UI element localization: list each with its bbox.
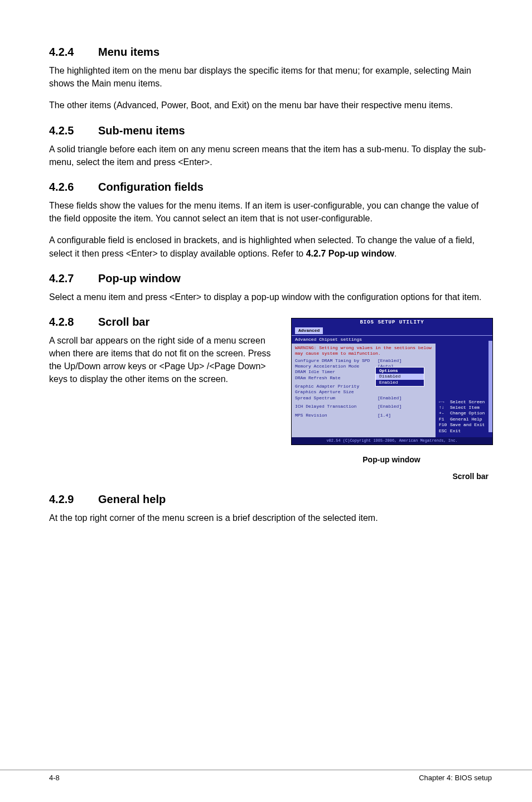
key-icon: ESC	[439, 428, 450, 434]
bios-help-block: ←→Select Screen ↑↓Select Item +-Change O…	[439, 399, 489, 434]
heading-number: 4.2.6	[49, 181, 98, 194]
key-icon: ←→	[439, 399, 450, 405]
paragraph: A configurable field is enclosed in brac…	[49, 234, 492, 259]
bios-main: Advanced Chipset settings WARNING: Setti…	[292, 335, 492, 437]
bios-item[interactable]: Graphics Aperture Size	[292, 389, 436, 395]
heading-title: Sub-menu items	[98, 124, 185, 137]
bios-item-value: [1.4]	[378, 413, 391, 418]
bios-item-label: Memory Acceleration Mode	[295, 364, 378, 369]
bios-tab-advanced[interactable]: Advanced	[295, 327, 323, 334]
heading-number: 4.2.5	[49, 124, 98, 137]
paragraph: Select a menu item and press <Enter> to …	[49, 291, 492, 303]
page-footer: 4-8 Chapter 4: BIOS setup	[0, 770, 532, 795]
paragraph: A solid triangle before each item on any…	[49, 143, 492, 168]
key-icon: F10	[439, 422, 450, 428]
bios-help-line: ←→Select Screen	[439, 399, 489, 405]
heading-4-2-7: 4.2.7Pop-up window	[49, 272, 492, 285]
text: .	[394, 249, 396, 258]
key-icon: ↑↓	[439, 405, 450, 410]
bios-item-label: Configure DRAM Timing by SPD	[295, 358, 378, 364]
scroll-up-icon[interactable]	[489, 336, 492, 341]
bios-item[interactable]: Spread Spectrum[Enabled]	[292, 395, 436, 401]
reference-bold: 4.2.7 Pop-up window	[306, 249, 394, 258]
paragraph: The highlighted item on the menu bar dis…	[49, 64, 492, 90]
heading-title: General help	[98, 493, 166, 505]
key-icon: F1	[439, 417, 450, 422]
chapter-title: Chapter 4: BIOS setup	[419, 774, 492, 782]
bios-item-label: DRAm Refresh Rate	[295, 375, 378, 381]
bios-help-line: F10Save and Exit	[439, 422, 489, 428]
bios-item-label: Graphics Aperture Size	[295, 389, 378, 395]
bios-popup-option[interactable]: Disabled	[376, 374, 424, 379]
bios-scrollbar[interactable]	[489, 336, 492, 437]
bios-help-line: ↑↓Select Item	[439, 405, 489, 410]
heading-number: 4.2.9	[49, 493, 98, 506]
text: A configurable field is enclosed in brac…	[49, 235, 475, 258]
bios-warning: WARNING: Setting wrong values in the sec…	[292, 344, 436, 357]
bios-popup-option[interactable]: Enabled	[376, 380, 424, 385]
scroll-down-icon[interactable]	[489, 432, 492, 437]
page-number: 4-8	[49, 774, 60, 782]
heading-4-2-9: 4.2.9General help	[49, 493, 492, 506]
bios-item-label: ICH Delayed Transaction	[295, 404, 378, 409]
bios-left-pane: Advanced Chipset settings WARNING: Setti…	[292, 336, 436, 437]
heading-number: 4.2.7	[49, 272, 98, 285]
heading-4-2-4: 4.2.4Menu items	[49, 46, 492, 59]
heading-4-2-6: 4.2.6Configuration fields	[49, 181, 492, 194]
heading-title: Configuration fields	[98, 181, 204, 193]
bios-item-label: Spread Spectrum	[295, 395, 378, 401]
heading-number: 4.2.4	[49, 46, 98, 59]
paragraph: At the top right corner of the menu scre…	[49, 511, 492, 524]
bios-figure: BIOS SETUP UTILITY Advanced Advanced Chi…	[291, 318, 492, 481]
bios-item[interactable]: Configure DRAM Timing by SPD[Enabled]	[292, 358, 436, 364]
bios-item[interactable]: ICH Delayed Transaction[Enabled]	[292, 404, 436, 409]
paragraph: These fields show the values for the men…	[49, 199, 492, 225]
heading-title: Pop-up window	[98, 272, 181, 284]
bios-right-pane: ←→Select Screen ↑↓Select Item +-Change O…	[436, 336, 492, 437]
heading-4-2-5: 4.2.5Sub-menu items	[49, 124, 492, 137]
heading-number: 4.2.8	[49, 316, 98, 328]
bios-copyright: v02.54 (C)Copyright 1985-2006, American …	[292, 437, 492, 445]
bios-title: BIOS SETUP UTILITY	[292, 318, 492, 327]
bios-item-value: [Enabled]	[378, 395, 402, 401]
bios-item-label: Graphic Adapter Priority	[295, 384, 378, 389]
bios-item-value: [Enabled]	[378, 358, 402, 364]
key-icon: +-	[439, 410, 450, 416]
heading-title: Menu items	[98, 46, 159, 58]
paragraph: The other items (Advanced, Power, Boot, …	[49, 99, 492, 112]
bios-tabbar: Advanced	[292, 327, 492, 335]
bios-section-header: Advanced Chipset settings	[292, 336, 436, 344]
bios-item-label: MPS Revision	[295, 413, 378, 418]
bios-item[interactable]: MPS Revision[1.4]	[292, 413, 436, 418]
bios-popup[interactable]: Options Disabled Enabled	[375, 367, 424, 386]
bios-item-label: DRAM Idle Timer	[295, 369, 378, 375]
bios-help-line: +-Change Option	[439, 410, 489, 416]
bios-item-value: [Enabled]	[378, 404, 402, 409]
figure-caption-scrollbar: Scroll bar	[291, 472, 492, 481]
heading-title: Scroll bar	[98, 316, 149, 328]
bios-popup-title: Options	[376, 368, 424, 374]
bios-help-line: F1General Help	[439, 417, 489, 422]
figure-caption-popup: Pop-up window	[291, 455, 492, 464]
bios-help-line: ESCExit	[439, 428, 489, 434]
bios-window: BIOS SETUP UTILITY Advanced Advanced Chi…	[291, 318, 493, 445]
